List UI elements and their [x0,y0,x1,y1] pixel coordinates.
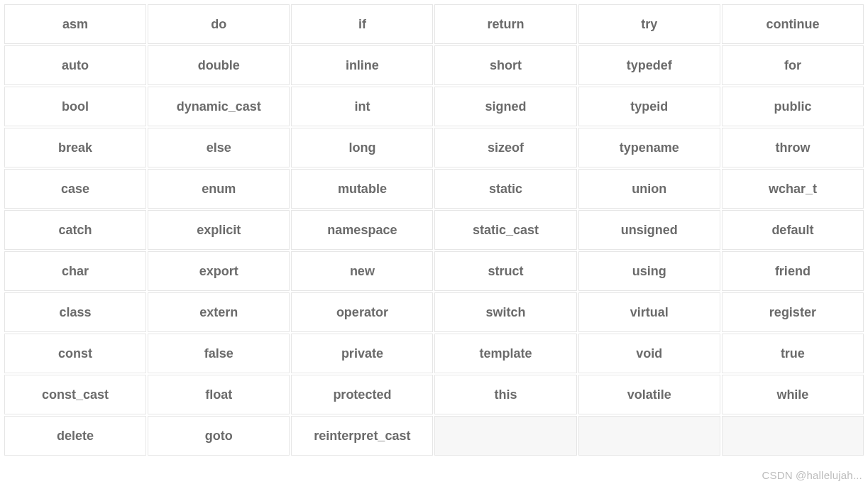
keyword-cell: friend [722,251,864,291]
keyword-cell: volatile [578,375,720,414]
keyword-cell: namespace [291,210,433,250]
keyword-cell: int [291,87,433,126]
keyword-cell: void [578,334,720,373]
table-row: catchexplicitnamespacestatic_castunsigne… [4,210,864,250]
keyword-cell: this [434,375,576,414]
table-row: classexternoperatorswitchvirtualregister [4,292,864,332]
keyword-cell: while [722,375,864,414]
keyword-cell: const_cast [4,375,146,414]
table-row: deletegotoreinterpret_cast [4,416,864,456]
keyword-cell: bool [4,87,146,126]
keyword-cell: reinterpret_cast [291,416,433,456]
table-row: booldynamic_castintsignedtypeidpublic [4,87,864,126]
keyword-cell: wchar_t [722,169,864,209]
keyword-cell: else [148,128,290,167]
keywords-table: asmdoifreturntrycontinueautodoubleinline… [3,3,865,457]
keyword-cell: operator [291,292,433,332]
keyword-cell: static_cast [434,210,576,250]
keyword-cell: new [291,251,433,291]
keyword-cell: class [4,292,146,332]
keyword-cell: unsigned [578,210,720,250]
keyword-cell: break [4,128,146,167]
keyword-cell: typedef [578,45,720,85]
keyword-cell: float [148,375,290,414]
keyword-cell: inline [291,45,433,85]
keyword-cell: static [434,169,576,209]
keyword-cell: public [722,87,864,126]
table-row: caseenummutablestaticunionwchar_t [4,169,864,209]
table-row: const_castfloatprotectedthisvolatilewhil… [4,375,864,414]
keyword-cell: struct [434,251,576,291]
keyword-cell: catch [4,210,146,250]
keyword-cell [578,416,720,456]
keyword-cell: explicit [148,210,290,250]
keyword-cell [434,416,576,456]
keyword-cell: switch [434,292,576,332]
keyword-cell: short [434,45,576,85]
keyword-cell: enum [148,169,290,209]
keyword-cell: false [148,334,290,373]
table-row: autodoubleinlineshorttypedeffor [4,45,864,85]
keyword-cell: typeid [578,87,720,126]
keyword-cell: virtual [578,292,720,332]
table-row: charexportnewstructusingfriend [4,251,864,291]
keyword-cell: asm [4,4,146,44]
keyword-cell: signed [434,87,576,126]
keyword-cell: typename [578,128,720,167]
keyword-cell: protected [291,375,433,414]
keyword-cell: const [4,334,146,373]
keyword-cell: case [4,169,146,209]
keyword-cell: dynamic_cast [148,87,290,126]
keyword-cell: long [291,128,433,167]
keyword-cell: template [434,334,576,373]
keyword-cell: using [578,251,720,291]
keyword-cell: goto [148,416,290,456]
keyword-cell: continue [722,4,864,44]
keyword-cell: do [148,4,290,44]
keyword-cell: true [722,334,864,373]
keywords-tbody: asmdoifreturntrycontinueautodoubleinline… [4,4,864,456]
keyword-cell: extern [148,292,290,332]
keyword-cell: try [578,4,720,44]
keyword-cell: delete [4,416,146,456]
keyword-cell: if [291,4,433,44]
keyword-cell: private [291,334,433,373]
keyword-cell: register [722,292,864,332]
keyword-cell: union [578,169,720,209]
keyword-cell: mutable [291,169,433,209]
keyword-cell [722,416,864,456]
keyword-cell: return [434,4,576,44]
keyword-cell: throw [722,128,864,167]
keyword-cell: sizeof [434,128,576,167]
keyword-cell: for [722,45,864,85]
keyword-cell: char [4,251,146,291]
keyword-cell: export [148,251,290,291]
keyword-cell: auto [4,45,146,85]
table-row: asmdoifreturntrycontinue [4,4,864,44]
table-row: constfalseprivatetemplatevoidtrue [4,334,864,373]
keyword-cell: double [148,45,290,85]
keyword-cell: default [722,210,864,250]
table-row: breakelselongsizeoftypenamethrow [4,128,864,167]
